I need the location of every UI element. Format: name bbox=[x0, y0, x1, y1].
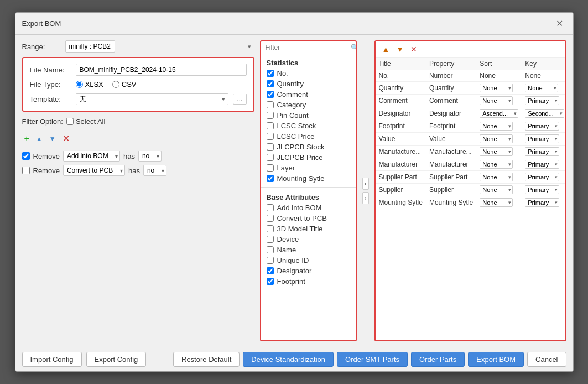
stat-layer[interactable]: Layer bbox=[261, 163, 356, 173]
sort-select[interactable]: None bbox=[480, 147, 513, 156]
key-select[interactable]: Primary bbox=[525, 122, 559, 131]
stat-pin-count[interactable]: Pin Count bbox=[261, 110, 356, 121]
xlsx-radio[interactable] bbox=[76, 81, 83, 88]
stat-jlcpcb-price[interactable]: JLCPCB Price bbox=[261, 152, 356, 163]
stat-mounting-sytle[interactable]: Mounting Sytle bbox=[261, 173, 356, 184]
select-all-label[interactable]: Select All bbox=[66, 117, 105, 126]
filter-row-1-has: has bbox=[123, 152, 135, 160]
filter-row-1-checkbox[interactable] bbox=[22, 152, 30, 160]
key-select[interactable]: None bbox=[525, 84, 558, 92]
import-config-button[interactable]: Import Config bbox=[22, 352, 82, 367]
filter-row-1-value-select[interactable]: no bbox=[138, 151, 162, 162]
csv-radio-label[interactable]: CSV bbox=[112, 80, 137, 89]
stat-comment[interactable]: Comment bbox=[261, 89, 356, 100]
col-title: Title bbox=[376, 58, 426, 70]
key-select[interactable]: Primary bbox=[525, 160, 559, 169]
base-device[interactable]: Device bbox=[261, 234, 356, 245]
filter-row-1-field-select[interactable]: Add into BOM bbox=[63, 151, 120, 162]
key-select[interactable]: Primary bbox=[525, 185, 559, 194]
filter-search-input[interactable] bbox=[266, 44, 348, 51]
cell-key: Primary bbox=[522, 171, 565, 184]
stat-category[interactable]: Category bbox=[261, 100, 356, 110]
filter-row-2-value-select[interactable]: no bbox=[143, 165, 166, 176]
sort-select[interactable]: None bbox=[480, 198, 513, 207]
expand-right-button[interactable]: › bbox=[362, 178, 369, 190]
export-bom-button[interactable]: Export BOM bbox=[468, 352, 524, 367]
template-dots-button[interactable]: ... bbox=[233, 94, 246, 105]
base-footprint[interactable]: Footprint bbox=[261, 276, 356, 287]
template-row: Template: 无 ... bbox=[30, 93, 247, 105]
stat-no[interactable]: No. bbox=[261, 68, 356, 79]
sort-select[interactable]: None bbox=[480, 185, 513, 194]
bottom-bar: Import Config Export Config Restore Defa… bbox=[15, 347, 573, 371]
cell-sort: None bbox=[476, 171, 522, 184]
sort-select[interactable]: None bbox=[480, 173, 513, 181]
sort-select[interactable]: Ascend... bbox=[480, 109, 518, 118]
xlsx-radio-label[interactable]: XLSX bbox=[76, 80, 103, 89]
file-name-row: File Name: bbox=[30, 64, 247, 76]
base-designator[interactable]: Designator bbox=[261, 266, 356, 276]
filter-row-2-has: has bbox=[128, 167, 140, 175]
key-select[interactable]: Primary bbox=[525, 198, 559, 207]
middle-panel: 🔍 Statistics No. Quantity Comment Catego… bbox=[260, 40, 357, 341]
sort-select[interactable]: None bbox=[480, 134, 513, 143]
action-icons: + ▲ ▼ ✕ bbox=[22, 132, 254, 145]
filter-bar: 🔍 bbox=[261, 41, 356, 54]
select-all-checkbox[interactable] bbox=[66, 118, 74, 125]
file-name-input[interactable] bbox=[76, 64, 247, 76]
right-toolbar: ▲ ▼ ✕ bbox=[376, 41, 565, 58]
key-select[interactable]: Second... bbox=[525, 109, 564, 118]
cell-sort: None bbox=[476, 95, 522, 107]
stat-lcsc-price[interactable]: LCSC Price bbox=[261, 131, 356, 142]
sort-select[interactable]: None bbox=[480, 96, 513, 105]
key-select[interactable]: Primary bbox=[525, 173, 559, 181]
order-smt-button[interactable]: Order SMT Parts bbox=[337, 352, 408, 367]
add-filter-button[interactable]: + bbox=[22, 133, 32, 145]
delete-row-icon[interactable]: ✕ bbox=[408, 44, 419, 55]
range-select[interactable]: minifly : PCB2 bbox=[65, 40, 115, 53]
filter-row-2-checkbox[interactable] bbox=[22, 167, 30, 174]
content-area: Range: minifly : PCB2 File Name: File Ty… bbox=[15, 35, 573, 347]
key-select[interactable]: Primary bbox=[525, 134, 559, 143]
sort-select[interactable]: None bbox=[480, 122, 513, 131]
cell-property: Comment bbox=[426, 95, 476, 107]
stat-quantity[interactable]: Quantity bbox=[261, 79, 356, 89]
sort-select[interactable]: None bbox=[480, 160, 513, 169]
sort-select[interactable]: None bbox=[480, 84, 513, 92]
filter-row-2-remove: Remove bbox=[33, 167, 60, 175]
collapse-left-button[interactable]: ‹ bbox=[362, 192, 369, 204]
cell-property: Value bbox=[426, 133, 476, 146]
order-parts-button[interactable]: Order Parts bbox=[411, 352, 465, 367]
range-select-wrap: minifly : PCB2 bbox=[65, 40, 254, 53]
base-name[interactable]: Name bbox=[261, 245, 356, 255]
move-up-button[interactable]: ▲ bbox=[34, 134, 45, 144]
base-unique-id[interactable]: Unique ID bbox=[261, 255, 356, 266]
base-3d-model[interactable]: 3D Model Title bbox=[261, 224, 356, 234]
move-row-up-icon[interactable]: ▲ bbox=[380, 44, 392, 55]
device-standardization-button[interactable]: Device Standardization bbox=[243, 352, 334, 367]
key-select[interactable]: Primary bbox=[525, 96, 559, 105]
move-row-down-icon[interactable]: ▼ bbox=[394, 44, 406, 55]
cell-key: Primary bbox=[522, 158, 565, 171]
file-type-row: File Type: XLSX CSV bbox=[30, 80, 247, 89]
export-config-button[interactable]: Export Config bbox=[86, 352, 147, 367]
delete-filter-button[interactable]: ✕ bbox=[60, 132, 72, 145]
key-select[interactable]: Primary bbox=[525, 147, 559, 156]
table-row: Comment Comment None Primary bbox=[376, 95, 565, 107]
statistics-title: Statistics bbox=[261, 56, 356, 68]
csv-radio[interactable] bbox=[112, 81, 119, 88]
cell-title: No. bbox=[376, 70, 426, 82]
close-button[interactable]: ✕ bbox=[553, 17, 566, 30]
template-select[interactable]: 无 bbox=[76, 93, 229, 105]
base-convert-pcb[interactable]: Convert to PCB bbox=[261, 213, 356, 224]
stat-jlcpcb-stock[interactable]: JLCPCB Stock bbox=[261, 142, 356, 152]
cell-title: Supplier bbox=[376, 184, 426, 196]
base-add-bom[interactable]: Add into BOM bbox=[261, 203, 356, 213]
cell-key: Second... bbox=[522, 107, 565, 120]
restore-default-button[interactable]: Restore Default bbox=[173, 352, 240, 367]
move-down-button[interactable]: ▼ bbox=[47, 134, 58, 144]
cell-title: Supplier Part bbox=[376, 171, 426, 184]
filter-row-2-field-select[interactable]: Convert to PCB bbox=[63, 165, 125, 176]
stat-lcsc-stock[interactable]: LCSC Stock bbox=[261, 121, 356, 131]
cancel-button[interactable]: Cancel bbox=[527, 352, 566, 367]
